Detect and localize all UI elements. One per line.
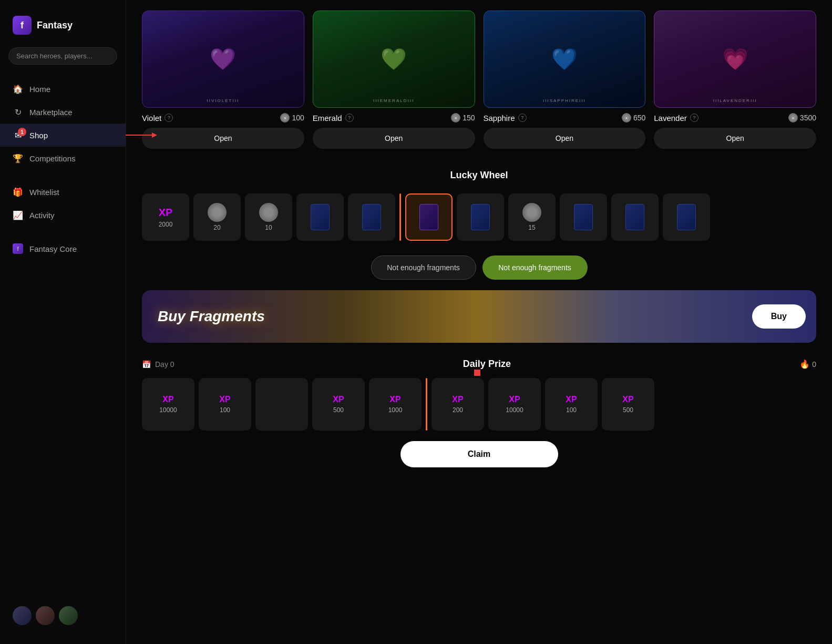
card-mini-icon: [677, 204, 696, 230]
avatar-2: [36, 606, 55, 625]
wheel-item-card1: [296, 193, 344, 241]
pack-image-lavender: 💗 IIILAVENDERIII: [654, 11, 816, 108]
activity-icon: 📈: [13, 210, 23, 220]
pack-info-icon-lavender[interactable]: ?: [690, 114, 699, 122]
pack-info-icon-violet[interactable]: ?: [165, 114, 173, 122]
card-mini-highlight-icon: [419, 204, 438, 230]
sidebar-bottom: [0, 598, 126, 633]
sidebar-item-home[interactable]: 🏠 Home: [0, 77, 126, 100]
sidebar-item-label: Competitions: [29, 154, 76, 163]
avatar-1: [13, 606, 32, 625]
buy-banner-text: Buy Fragments: [142, 308, 265, 325]
wheel-item-coin15: 15: [508, 193, 556, 241]
claim-button[interactable]: Claim: [400, 441, 558, 467]
coin-wheel-icon: [208, 203, 227, 222]
pack-image-emerald: 💚 IIIEMERALDIII: [313, 11, 475, 108]
spin1-button[interactable]: Not enough fragments: [371, 255, 476, 280]
pack-item-emerald: 💚 IIIEMERALDIII Emerald ? ● 150 Open: [313, 11, 475, 149]
logo-icon: f: [13, 16, 32, 35]
pack-label-violet: IIVIOLETIII: [207, 98, 240, 103]
pack-info-icon-sapphire[interactable]: ?: [518, 114, 527, 122]
pack-price-emerald: ● 150: [451, 113, 475, 122]
open-btn-sapphire[interactable]: Open: [484, 128, 646, 149]
fantasy-core-icon: f: [13, 243, 23, 254]
pack-label-emerald: IIIEMERALDIII: [373, 98, 414, 103]
sidebar-item-fantasy-core[interactable]: f Fantasy Core: [0, 237, 126, 260]
card-mini-icon: [311, 204, 330, 230]
competitions-icon: 🏆: [13, 153, 23, 163]
daily-item-xp10000-2: XP 10000: [488, 378, 541, 431]
daily-prize-title: Daily Prize: [463, 359, 511, 370]
wheel-item-card-highlight: [405, 193, 453, 241]
sidebar-item-marketplace[interactable]: ↻ Marketplace: [0, 100, 126, 124]
coin-icon: ●: [622, 113, 631, 122]
sidebar-item-shop[interactable]: ✉ Shop 1: [0, 124, 126, 147]
fire-icon: 🔥: [799, 359, 810, 369]
card-mini-icon: [574, 204, 593, 230]
wheel-item-coin10: 10: [245, 193, 292, 241]
coin-wheel-icon: [259, 203, 278, 222]
wheel-item-card2: [348, 193, 395, 241]
pack-name-violet: Violet: [142, 114, 161, 122]
pack-price-sapphire: ● 650: [622, 113, 645, 122]
search-input[interactable]: Search heroes, players...: [8, 47, 117, 65]
open-btn-emerald[interactable]: Open: [313, 128, 475, 149]
card-mini-icon: [471, 204, 490, 230]
daily-streak: 🔥 0: [799, 359, 816, 369]
daily-divider: ▼: [426, 378, 427, 431]
card-mini-icon: [625, 204, 644, 230]
pack-price-violet: ● 100: [280, 113, 304, 122]
whitelist-icon: 🎁: [13, 187, 23, 197]
sidebar-item-label: Whitelist: [29, 188, 59, 197]
open-btn-violet[interactable]: Open: [142, 128, 304, 149]
daily-item-xp10000: XP 10000: [142, 378, 194, 431]
lucky-wheel-title: Lucky Wheel: [142, 170, 816, 181]
pack-info-icon-emerald[interactable]: ?: [345, 114, 354, 122]
coin-wheel-icon: [522, 203, 541, 222]
sidebar-item-label: Home: [29, 85, 50, 94]
pack-name-sapphire: Sapphire: [484, 114, 515, 122]
marketplace-icon: ↻: [13, 107, 23, 117]
daily-item-xp500-1: XP 500: [312, 378, 365, 431]
avatar-3: [59, 606, 78, 625]
sidebar: f Fantasy Search heroes, players... 🏠 Ho…: [0, 0, 126, 644]
daily-strip-container: XP 10000 XP 100 XP 500 XP 1000: [142, 378, 816, 431]
wheel-item-card3: [457, 193, 504, 241]
daily-prize-strip: XP 10000 XP 100 XP 500 XP 1000: [142, 378, 816, 431]
pack-label-sapphire: IIISAPPHIREIII: [543, 98, 586, 103]
daily-item-xp100-1: XP 100: [199, 378, 251, 431]
daily-item-xp100-2: XP 100: [545, 378, 598, 431]
wheel-item-coin20: 20: [193, 193, 241, 241]
sidebar-item-activity[interactable]: 📈 Activity: [0, 203, 126, 227]
wheel-divider: [399, 193, 401, 241]
app-logo: f Fantasy: [0, 11, 126, 47]
claim-button-wrap: Claim: [142, 441, 816, 467]
pack-item-sapphire: 💙 IIISAPPHIREIII Sapphire ? ● 650 Open: [484, 11, 646, 149]
wheel-item-xp2000: XP 2000: [142, 193, 189, 241]
coin-icon: ●: [788, 113, 798, 122]
daily-item-xp1000: XP 1000: [369, 378, 422, 431]
daily-red-dot: [474, 370, 480, 376]
buy-fragments-banner: Buy Fragments Buy: [142, 290, 816, 343]
home-icon: 🏠: [13, 84, 23, 94]
sidebar-item-competitions[interactable]: 🏆 Competitions: [0, 147, 126, 170]
daily-item-xp200: XP 200: [432, 378, 484, 431]
pack-item-violet: 💜 IIVIOLETIII Violet ? ● 100 Open: [142, 11, 304, 149]
coin-icon: ●: [280, 113, 290, 122]
sidebar-item-label: Fantasy Core: [29, 244, 77, 253]
pack-price-lavender: ● 3500: [788, 113, 816, 122]
lucky-wheel-strip: XP 2000 20 10: [142, 189, 816, 245]
daily-item-xp500-2: XP 500: [602, 378, 654, 431]
sidebar-item-label: Activity: [29, 211, 55, 220]
daily-day: 📅 Day 0: [142, 360, 174, 369]
wheel-item-card6: [663, 193, 710, 241]
daily-item-empty: [255, 378, 308, 431]
spin5-button[interactable]: Not enough fragments: [482, 255, 588, 280]
sidebar-item-label: Marketplace: [29, 108, 73, 117]
sidebar-item-whitelist[interactable]: 🎁 Whitelist: [0, 180, 126, 203]
buy-button[interactable]: Buy: [752, 304, 806, 329]
wheel-item-card5: [611, 193, 659, 241]
open-btn-lavender[interactable]: Open: [654, 128, 816, 149]
main-content: 💜 IIVIOLETIII Violet ? ● 100 Open 💚: [126, 0, 832, 644]
pack-item-lavender: 💗 IIILAVENDERIII Lavender ? ● 3500 Open: [654, 11, 816, 149]
